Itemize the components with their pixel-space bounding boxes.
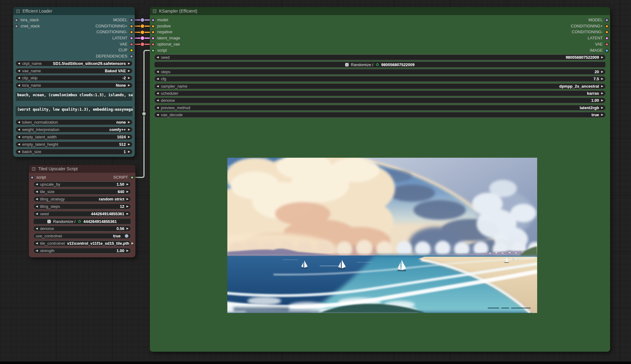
decrement-arrow-icon[interactable]: ◀ <box>18 121 20 124</box>
widget-scheduler[interactable]: ◀ scheduler karras ▶ <box>154 90 606 96</box>
widget-upscale-by[interactable]: ◀ upscale_by 1.50 ▶ <box>33 181 131 187</box>
increment-arrow-icon[interactable]: ▶ <box>601 99 603 102</box>
decrement-arrow-icon[interactable]: ◀ <box>157 106 159 109</box>
widget-lora-name[interactable]: ◀ lora_name None ▶ <box>15 82 133 88</box>
increment-arrow-icon[interactable]: ▶ <box>128 121 130 124</box>
node-tiled-upscaler-script[interactable]: Tiled Upscaler Script script SCRIPT ◀ up… <box>29 165 135 257</box>
decrement-arrow-icon[interactable]: ◀ <box>157 56 159 59</box>
increment-arrow-icon[interactable]: ▶ <box>601 56 603 59</box>
decrement-arrow-icon[interactable]: ◀ <box>157 77 159 80</box>
increment-arrow-icon[interactable]: ▶ <box>128 77 130 79</box>
boolean-toggle[interactable] <box>125 234 129 238</box>
widget-token-normalization[interactable]: ◀ token_normalization none ▶ <box>15 119 133 125</box>
node-graph-canvas[interactable]: Efficient Loader lora_stack cnet_stack M… <box>0 0 631 364</box>
decrement-arrow-icon[interactable]: ◀ <box>36 242 38 245</box>
decrement-arrow-icon[interactable]: ◀ <box>18 62 20 65</box>
widget-sampler-name[interactable]: ◀ sampler_name dpmpp_2s_ancestral ▶ <box>154 83 606 89</box>
decrement-arrow-icon[interactable]: ◀ <box>157 99 159 102</box>
output-port-conditioning-minus[interactable] <box>605 30 609 34</box>
decrement-arrow-icon[interactable]: ◀ <box>36 205 38 208</box>
input-port-positive[interactable] <box>151 25 155 28</box>
increment-arrow-icon[interactable]: ▶ <box>126 249 129 252</box>
decrement-arrow-icon[interactable]: ◀ <box>157 113 159 116</box>
randomize-seed-button[interactable]: Randomize / ♻ 980056807522009 <box>154 61 606 68</box>
widget-strength[interactable]: ◀ strength 1.00 ▶ <box>33 248 131 254</box>
widget-vae-decode[interactable]: ◀ vae_decode true ▶ <box>154 112 606 118</box>
node-tiled-upscaler-titlebar[interactable]: Tiled Upscaler Script <box>29 165 135 173</box>
node-efficient-loader-titlebar[interactable]: Efficient Loader <box>13 7 135 15</box>
output-port-conditioning-minus[interactable] <box>130 30 133 34</box>
increment-arrow-icon[interactable]: ▶ <box>128 62 130 65</box>
node-ksampler-efficient[interactable]: KSampler (Efficient) model positive nega… <box>150 7 610 352</box>
widget-upscaler-denoise[interactable]: ◀ denoise 0.56 ▶ <box>33 226 131 231</box>
increment-arrow-icon[interactable]: ▶ <box>131 242 134 245</box>
widget-ckpt-name[interactable]: ◀ ckpt_name SD1.5\sdSilicon_silicon29.sa… <box>15 61 133 66</box>
output-port-vae[interactable] <box>130 43 133 46</box>
decrement-arrow-icon[interactable]: ◀ <box>36 227 38 230</box>
widget-tiling-strategy[interactable]: ◀ tiling_strategy random strict ▶ <box>33 196 131 202</box>
decrement-arrow-icon[interactable]: ◀ <box>36 190 38 193</box>
widget-upscaler-seed[interactable]: ◀ seed 444264914855361 ▶ <box>33 211 131 217</box>
negative-prompt-textarea[interactable]: (worst quality, low quality:1.3), embedd… <box>15 106 133 117</box>
output-port-dependencies[interactable] <box>130 55 133 58</box>
increment-arrow-icon[interactable]: ▶ <box>128 150 130 153</box>
input-port-negative[interactable] <box>151 30 155 34</box>
decrement-arrow-icon[interactable]: ◀ <box>36 183 38 186</box>
widget-preview-method[interactable]: ◀ preview_method latent2rgb ▶ <box>154 105 606 111</box>
increment-arrow-icon[interactable]: ▶ <box>601 70 603 73</box>
decrement-arrow-icon[interactable]: ◀ <box>157 92 159 95</box>
increment-arrow-icon[interactable]: ▶ <box>128 69 130 72</box>
decrement-arrow-icon[interactable]: ◀ <box>18 77 20 79</box>
widget-empty-latent-height[interactable]: ◀ empty_latent_height 512 ▶ <box>15 141 133 147</box>
randomize-upscaler-seed-button[interactable]: Randomize / ♻ 444264914855361 <box>33 218 131 224</box>
collapse-icon[interactable] <box>153 10 156 13</box>
input-port-model[interactable] <box>151 18 155 22</box>
decrement-arrow-icon[interactable]: ◀ <box>18 128 20 131</box>
output-port-image[interactable] <box>605 49 609 52</box>
node-ksampler-titlebar[interactable]: KSampler (Efficient) <box>150 7 610 15</box>
increment-arrow-icon[interactable]: ▶ <box>128 143 130 146</box>
input-port-latent-image[interactable] <box>151 37 155 40</box>
output-port-latent[interactable] <box>605 37 609 40</box>
output-port-script[interactable] <box>130 176 134 179</box>
widget-steps[interactable]: ◀ steps 20 ▶ <box>154 69 606 75</box>
increment-arrow-icon[interactable]: ▶ <box>601 77 603 80</box>
output-port-model[interactable] <box>130 18 133 22</box>
decrement-arrow-icon[interactable]: ◀ <box>18 69 20 72</box>
collapse-icon[interactable] <box>32 167 35 171</box>
input-port-script[interactable] <box>151 49 155 52</box>
widget-empty-latent-width[interactable]: ◀ empty_latent_width 1024 ▶ <box>15 134 133 140</box>
output-port-clip[interactable] <box>130 49 133 52</box>
positive-prompt-textarea[interactable]: beach, ocean, (cumulonimbus clouds:1.3),… <box>15 92 133 101</box>
increment-arrow-icon[interactable]: ▶ <box>601 85 603 88</box>
output-port-model[interactable] <box>605 18 609 22</box>
widget-batch-size[interactable]: ◀ batch_size 1 ▶ <box>15 149 133 155</box>
widget-denoise[interactable]: ◀ denoise 1.00 ▶ <box>154 97 606 103</box>
decrement-arrow-icon[interactable]: ◀ <box>18 136 20 138</box>
widget-tiling-steps[interactable]: ◀ tiling_steps 12 ▶ <box>33 204 131 209</box>
increment-arrow-icon[interactable]: ▶ <box>128 136 130 138</box>
increment-arrow-icon[interactable]: ▶ <box>601 113 603 116</box>
output-port-conditioning-plus[interactable] <box>605 25 609 28</box>
increment-arrow-icon[interactable]: ▶ <box>126 205 129 208</box>
increment-arrow-icon[interactable]: ▶ <box>126 212 129 215</box>
increment-arrow-icon[interactable]: ▶ <box>601 106 603 109</box>
widget-weight-interpretation[interactable]: ◀ weight_interpretation comfy++ ▶ <box>15 127 133 133</box>
decrement-arrow-icon[interactable]: ◀ <box>18 150 20 153</box>
collapse-icon[interactable] <box>16 10 20 13</box>
increment-arrow-icon[interactable]: ▶ <box>128 84 130 87</box>
input-port-script[interactable] <box>30 176 34 179</box>
increment-arrow-icon[interactable]: ▶ <box>128 128 130 131</box>
output-port-latent[interactable] <box>130 37 133 40</box>
decrement-arrow-icon[interactable]: ◀ <box>157 70 159 73</box>
widget-tile-size[interactable]: ◀ tile_size 640 ▶ <box>33 189 131 195</box>
increment-arrow-icon[interactable]: ▶ <box>126 198 129 200</box>
input-port-lora-stack[interactable] <box>15 18 18 22</box>
increment-arrow-icon[interactable]: ▶ <box>601 92 603 95</box>
input-port-cnet-stack[interactable] <box>15 25 18 28</box>
widget-cfg[interactable]: ◀ cfg 7.5 ▶ <box>154 76 606 82</box>
decrement-arrow-icon[interactable]: ◀ <box>36 212 38 215</box>
widget-vae-name[interactable]: ◀ vae_name Baked VAE ▶ <box>15 68 133 74</box>
decrement-arrow-icon[interactable]: ◀ <box>157 85 159 88</box>
increment-arrow-icon[interactable]: ▶ <box>126 183 129 186</box>
